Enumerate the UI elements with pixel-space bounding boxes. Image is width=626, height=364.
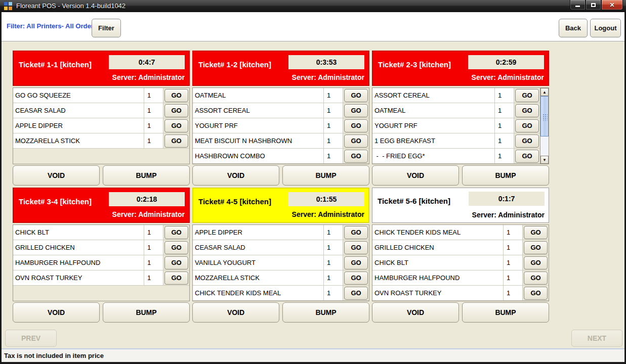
ticket-server: Server: Administrator [112,210,185,218]
item-action-cell: GO [514,118,540,133]
item-quantity: 1 [494,103,514,118]
item-go-button[interactable]: GO [344,256,368,269]
item-go-button[interactable]: GO [344,119,368,132]
item-name: MEAT BISCUIT N HASHBROWN [193,133,323,148]
ticket-item-row: GRILLED CHICKEN1GO [13,240,189,255]
ticket-item-row: MEAT BISCUIT N HASHBROWN1GO [193,133,369,149]
void-button[interactable]: VOID [192,165,279,186]
item-go-button[interactable]: GO [515,89,539,102]
void-button[interactable]: VOID [372,302,459,323]
ticket-actions: VOIDBUMP [192,165,369,186]
item-quantity: 1 [494,149,514,163]
ticket-title: Ticket# 1-1 [kitchen] [19,60,92,69]
scroll-thumb[interactable] [540,96,549,136]
item-go-button[interactable]: GO [164,256,188,269]
item-quantity: 1 [323,225,343,240]
item-action-cell: GO [343,118,369,133]
minimize-button[interactable] [570,0,586,10]
ticket-item-row: APPLE DIPPER1GO [193,225,369,240]
bump-button[interactable]: BUMP [462,165,549,186]
item-go-button[interactable]: GO [524,226,548,239]
ticket-item-row: OVN ROAST TURKEY1GO [372,286,549,301]
item-action-cell: GO [343,149,369,163]
item-action-cell: GO [522,255,549,270]
void-button[interactable]: VOID [372,165,459,186]
item-go-button[interactable]: GO [344,104,368,117]
item-go-button[interactable]: GO [515,119,539,132]
back-button[interactable]: Back [559,19,588,37]
item-go-button[interactable]: GO [164,271,188,285]
ticket-title: Ticket# 4-5 [kitchen] [198,197,271,206]
ticket-timer: 0:4:7 [109,55,185,69]
item-action-cell: GO [343,270,369,285]
item-go-button[interactable]: GO [344,89,368,102]
bump-button[interactable]: BUMP [462,302,549,323]
item-action-cell: GO [343,255,369,270]
item-go-button[interactable]: GO [515,104,539,117]
void-button[interactable]: VOID [13,165,100,186]
void-button[interactable]: VOID [13,302,100,323]
item-action-cell: GO [163,133,189,148]
logout-button[interactable]: Logout [590,19,621,37]
void-button[interactable]: VOID [192,302,279,323]
item-quantity: 1 [323,88,343,103]
item-go-button[interactable]: GO [164,89,188,102]
item-go-button[interactable]: GO [524,287,548,300]
maximize-button[interactable] [586,0,601,10]
item-go-button[interactable]: GO [164,226,188,239]
item-go-button[interactable]: GO [344,226,368,239]
scroll-up-button[interactable]: ▲ [540,88,549,96]
item-action-cell: GO [514,103,540,118]
item-name: - - FRIED EGG* [372,149,494,163]
item-go-button[interactable]: GO [524,271,548,285]
item-name: 1 EGG BREAKFAST [372,133,494,148]
item-go-button[interactable]: GO [524,241,548,254]
bump-button[interactable]: BUMP [282,165,369,186]
item-quantity: 1 [323,103,343,118]
ticket-actions: VOIDBUMP [192,302,369,323]
ticket-server: Server: Administrator [472,73,544,81]
item-action-cell: GO [163,103,189,118]
item-action-cell: GO [343,88,369,103]
filter-button[interactable]: Filter [92,19,121,37]
scroll-down-button[interactable]: ▼ [540,156,549,164]
item-action-cell: GO [514,149,540,163]
ticket-items-table: APPLE DIPPER1GOCEASAR SALAD1GOVANILLA YO… [192,224,369,301]
item-quantity: 1 [144,255,163,270]
item-name: MOZZARELLA STICK [193,270,323,285]
window-controls: ✕ [570,0,623,10]
ticket-timer: 0:2:59 [468,55,544,69]
item-go-button[interactable]: GO [164,104,188,117]
item-go-button[interactable]: GO [344,241,368,254]
ticket-panel: Ticket# 4-5 [kitchen]0:1:55Server: Admin… [192,188,369,323]
item-go-button[interactable]: GO [515,134,539,148]
item-go-button[interactable]: GO [164,134,188,148]
item-name: HASHBROWN COMBO [193,149,323,163]
item-quantity: 1 [494,133,514,148]
item-quantity: 1 [503,255,522,270]
item-quantity: 1 [323,286,343,300]
prev-page-button[interactable]: PREV [5,330,57,347]
tickets-area: Ticket# 1-1 [kitchen]0:4:7Server: Admini… [2,41,624,348]
item-name: OATMEAL [193,88,323,103]
item-quantity: 1 [494,118,514,133]
bump-button[interactable]: BUMP [103,165,190,186]
item-go-button[interactable]: GO [344,134,368,148]
bump-button[interactable]: BUMP [282,302,369,323]
next-page-button[interactable]: NEXT [571,330,622,347]
item-go-button[interactable]: GO [344,287,368,300]
item-go-button[interactable]: GO [524,256,548,269]
item-quantity: 1 [323,255,343,270]
item-go-button[interactable]: GO [344,150,368,163]
item-action-cell: GO [163,255,189,270]
bump-button[interactable]: BUMP [103,302,190,323]
item-go-button[interactable]: GO [344,271,368,285]
ticket-header: Ticket# 2-3 [kitchen]0:2:59Server: Admin… [372,51,549,86]
ticket-item-row: CHICK BLT1GO [372,255,549,270]
close-button[interactable]: ✕ [601,0,623,10]
item-action-cell: GO [163,270,189,285]
item-go-button[interactable]: GO [164,241,188,254]
item-go-button[interactable]: GO [515,150,539,163]
item-action-cell: GO [514,88,540,103]
item-go-button[interactable]: GO [164,119,188,132]
